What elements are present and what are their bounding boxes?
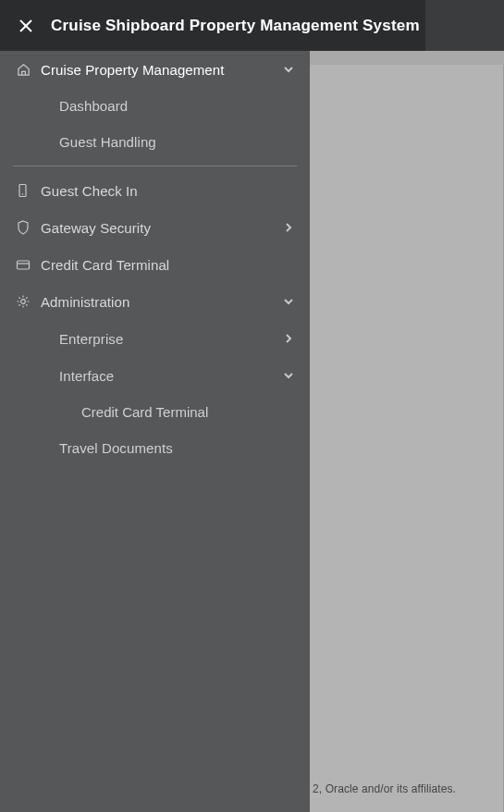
nav-label: Travel Documents <box>59 440 297 456</box>
top-bar-right-section <box>425 0 504 51</box>
sidebar-nav: Cruise Property Management Dashboard Gue… <box>0 51 310 812</box>
top-bar: Cruise Shipboard Property Management Sys… <box>0 0 504 51</box>
nav-travel-documents[interactable]: Travel Documents <box>0 430 310 466</box>
card-icon <box>15 256 31 273</box>
close-icon <box>18 18 34 34</box>
nav-divider <box>13 166 297 166</box>
chevron-right-icon <box>280 330 297 347</box>
nav-dashboard[interactable]: Dashboard <box>0 88 310 124</box>
nav-guest-handling[interactable]: Guest Handling <box>0 124 310 160</box>
nav-administration[interactable]: Administration <box>0 283 310 320</box>
device-icon <box>15 182 31 199</box>
nav-gateway-security[interactable]: Gateway Security <box>0 209 310 246</box>
chevron-down-icon <box>280 61 297 78</box>
nav-label: Administration <box>41 294 280 310</box>
nav-cruise-property-management[interactable]: Cruise Property Management <box>0 51 310 88</box>
nav-label: Guest Check In <box>41 183 297 199</box>
nav-label: Credit Card Terminal <box>81 404 208 420</box>
nav-interface[interactable]: Interface <box>0 357 310 394</box>
gear-icon <box>15 293 31 310</box>
nav-label: Interface <box>59 368 280 384</box>
nav-credit-card-terminal-sub[interactable]: Credit Card Terminal <box>0 394 310 430</box>
nav-label: Guest Handling <box>59 134 297 150</box>
svg-point-3 <box>22 193 24 195</box>
nav-label: Cruise Property Management <box>41 62 280 78</box>
nav-enterprise[interactable]: Enterprise <box>0 320 310 357</box>
chevron-right-icon <box>280 219 297 236</box>
nav-credit-card-terminal[interactable]: Credit Card Terminal <box>0 246 310 283</box>
app-title: Cruise Shipboard Property Management Sys… <box>51 17 420 35</box>
chevron-down-icon <box>280 293 297 310</box>
close-button[interactable] <box>0 0 51 51</box>
nav-label: Gateway Security <box>41 220 280 236</box>
svg-rect-4 <box>18 261 30 269</box>
nav-label: Credit Card Terminal <box>41 257 297 273</box>
copyright-text: 2, Oracle and/or its affiliates. <box>313 782 456 795</box>
chevron-down-icon <box>280 367 297 384</box>
home-icon <box>15 61 31 78</box>
nav-guest-check-in[interactable]: Guest Check In <box>0 172 310 209</box>
nav-label: Enterprise <box>59 331 280 347</box>
shield-icon <box>15 219 31 236</box>
nav-label: Dashboard <box>59 98 297 114</box>
svg-point-6 <box>21 300 26 304</box>
